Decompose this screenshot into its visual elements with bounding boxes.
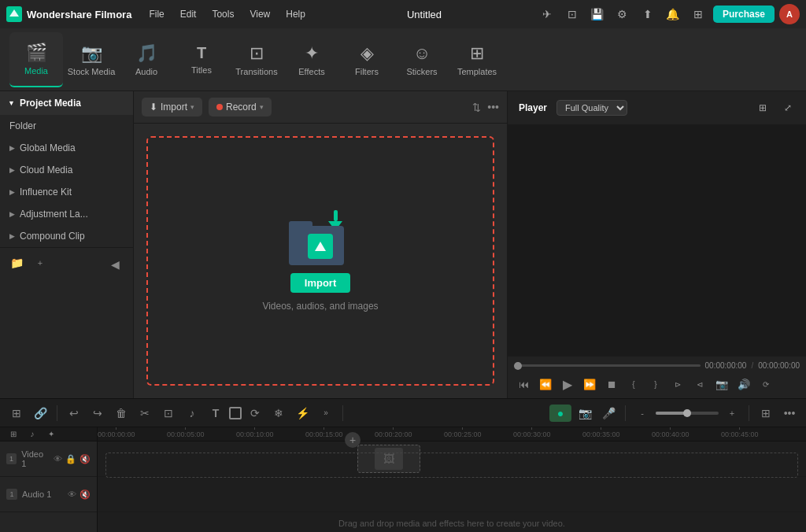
monitor-icon[interactable]: ⊡ [562,4,582,24]
settings-tl-icon[interactable]: ••• [779,403,800,423]
menu-view[interactable]: View [243,6,276,23]
settings-icon[interactable]: ⚙ [612,4,633,24]
drop-zone[interactable] [105,453,798,478]
freeze-icon[interactable]: ❄ [268,403,289,423]
magnet-icon[interactable]: 🔗 [30,403,50,423]
add-video-track-icon[interactable]: ⊞ [6,427,20,441]
zoom-in-icon[interactable]: + [722,403,742,423]
speed-icon[interactable]: ⟳ [756,375,775,393]
mark-out-icon[interactable]: } [646,375,665,393]
record-dropdown-arrow: ▾ [260,103,264,111]
avatar[interactable]: A [779,4,800,24]
fullscreen-icon[interactable]: ⤢ [778,98,798,118]
timeline-tracks-wrap: 00:00:00:00 00:00:05:00 00:00:10:00 00:0… [98,427,806,532]
chevron-down-icon: ▼ [8,99,15,107]
apps-icon[interactable]: ⊞ [688,4,708,24]
add-clip-btn[interactable]: + [345,432,360,448]
menu-help[interactable]: Help [279,6,312,23]
mic-icon[interactable]: 🎤 [598,403,619,423]
audio-detach-icon[interactable]: ♪ [182,403,202,423]
crop-icon[interactable]: ⊡ [158,403,179,423]
layout-icon[interactable]: ⊞ [756,403,776,423]
purchase-button[interactable]: Purchase [713,6,775,23]
mute-icon[interactable]: 🔇 [79,454,91,464]
sidebar-item-cloud-media[interactable]: ▶ Cloud Media [0,159,133,181]
effects-icon: ✦ [305,43,319,64]
sidebar-item-folder[interactable]: Folder [0,115,133,137]
lock-icon[interactable]: 🔒 [65,454,76,464]
delete-icon[interactable]: 🗑 [111,403,131,423]
record-button[interactable]: Record ▾ [209,98,272,116]
tool-stock-media[interactable]: 📷 Stock Media [65,32,118,87]
media-toolbar-right: ⇅ ••• [472,101,499,113]
upload-icon[interactable]: ⬆ [638,4,658,24]
sidebar-item-influence-kit[interactable]: ▶ Influence Kit [0,181,133,203]
stop-icon[interactable]: ⏹ [602,375,621,393]
collapse-sidebar-icon[interactable]: ◀ [105,254,125,275]
cut-icon[interactable]: ✂ [135,403,155,423]
step-forward-icon[interactable]: ⏩ [580,375,599,393]
add-icon[interactable]: + [31,254,49,272]
zoom-out-icon[interactable]: - [632,403,653,423]
color-icon[interactable] [229,407,242,419]
import-drop-content: Import Videos, audios, and images [262,210,378,312]
import-button[interactable]: ⬇ Import ▾ [142,98,202,116]
redo-icon[interactable]: ↪ [87,403,108,423]
tool-audio[interactable]: 🎵 Audio [120,32,173,87]
menu-file[interactable]: File [142,6,170,23]
snapshot-icon[interactable]: 📷 [712,375,731,393]
sidebar-item-adjustment[interactable]: ▶ Adjustment La... [0,203,133,225]
overwrite-icon[interactable]: ⊲ [690,375,709,393]
more-options-icon[interactable]: ••• [487,101,499,113]
sidebar-item-global-media[interactable]: ▶ Global Media [0,137,133,159]
mark-in-icon[interactable]: { [624,375,643,393]
new-folder-icon[interactable]: 📁 [8,254,25,272]
eye-icon[interactable]: 👁 [54,454,62,464]
rotate-icon[interactable]: ⟳ [245,403,265,423]
step-back-icon[interactable]: ⏪ [536,375,555,393]
menu-bar: Wondershare Filmora File Edit Tools View… [0,0,806,28]
video-track-name: Video 1 [21,449,49,468]
chevron-right-icon-2: ▶ [9,166,15,174]
bell-icon[interactable]: 🔔 [663,4,683,24]
tool-stickers[interactable]: ☺ Stickers [395,32,449,87]
sidebar-item-compound-clip[interactable]: ▶ Compound Clip [0,225,133,247]
tool-effects[interactable]: ✦ Effects [285,32,338,87]
menu-edit[interactable]: Edit [174,6,203,23]
grid-view-icon[interactable]: ⊞ [752,98,773,118]
progress-bar[interactable] [514,364,701,367]
camera-on-icon[interactable]: ● [549,405,571,422]
templates-icon: ⊞ [470,43,484,64]
player-tab[interactable]: Player [516,101,550,115]
add-overlay-icon[interactable]: ✦ [44,427,58,441]
zoom-slider[interactable] [656,412,719,415]
quality-select[interactable]: Full Quality [556,100,627,116]
progress-handle[interactable] [514,362,522,370]
audio-mute-icon[interactable]: 🔇 [79,490,91,500]
menu-tools[interactable]: Tools [205,6,240,23]
tool-titles[interactable]: T Titles [175,32,228,87]
audio-eye-icon[interactable]: 👁 [68,490,76,500]
camera-off-icon[interactable]: 📷 [575,403,595,423]
play-icon[interactable]: ▶ [558,375,577,393]
zoom-handle[interactable] [683,409,691,417]
skip-back-icon[interactable]: ⏮ [514,375,533,393]
speed-ramp-icon[interactable]: ⚡ [292,403,312,423]
tool-templates[interactable]: ⊞ Templates [450,32,504,87]
import-media-button[interactable]: Import [290,273,350,293]
audio-track [98,477,806,512]
more-icon[interactable]: » [316,403,336,423]
text-icon[interactable]: T [205,403,226,423]
scene-detect-icon[interactable]: ⊞ [6,403,27,423]
tool-media[interactable]: 🎬 Media [9,32,63,87]
tool-filters[interactable]: ◈ Filters [340,32,394,87]
insert-icon[interactable]: ⊳ [668,375,687,393]
add-audio-track-icon[interactable]: ♪ [25,427,39,441]
volume-icon[interactable]: 🔊 [734,375,753,393]
tool-transitions[interactable]: ⊡ Transitions [230,32,283,87]
save-icon[interactable]: 💾 [587,4,608,24]
filter-sort-icon[interactable]: ⇅ [472,102,481,113]
undo-icon[interactable]: ↩ [64,403,84,423]
bookmark-icon[interactable]: ✈ [537,4,557,24]
import-drop-area[interactable]: Import Videos, audios, and images [146,136,494,386]
